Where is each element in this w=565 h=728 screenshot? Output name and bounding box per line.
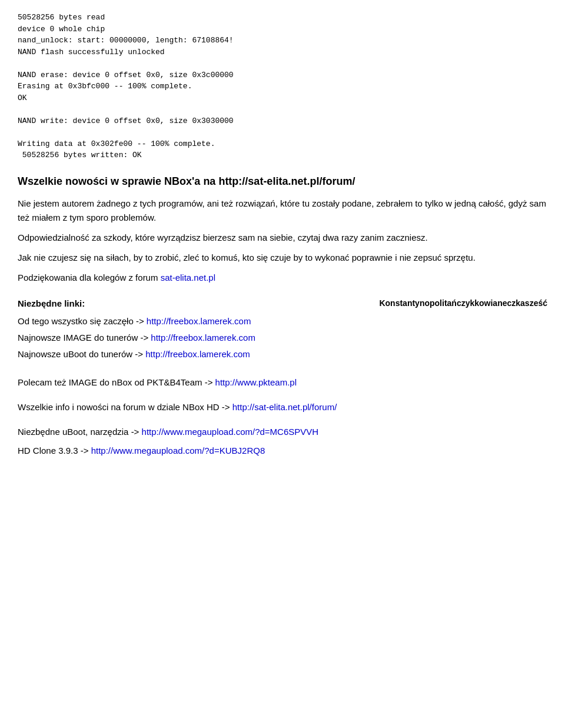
decorative-word: Konstantynopolitańczykkowianeczkasześć bbox=[379, 297, 547, 310]
main-title: Wszelkie nowości w sprawie NBox'a na htt… bbox=[18, 173, 547, 190]
link-line-1: Od tego wszystko się zaczęło -> http://f… bbox=[18, 314, 379, 328]
link-line-2: Najnowsze IMAGE do tunerów -> http://fre… bbox=[18, 331, 379, 345]
paragraph-1: Nie jestem autorem żadnego z tych progra… bbox=[18, 197, 547, 225]
links-header: Niezbędne linki: bbox=[18, 297, 379, 311]
hdclone-link[interactable]: http://www.megaupload.com/?d=KUBJ2RQ8 bbox=[91, 446, 265, 456]
link1[interactable]: http://freebox.lamerek.com bbox=[147, 316, 251, 326]
recommend-link[interactable]: http://www.pkteam.pl bbox=[215, 377, 297, 387]
paragraph-3: Jak nie czujesz się na siłach, by to zro… bbox=[18, 251, 547, 265]
link-line-3: Najnowsze uBoot do tunerów -> http://fre… bbox=[18, 347, 379, 361]
hdclone-line: HD Clone 3.9.3 -> http://www.megaupload.… bbox=[18, 444, 547, 458]
paragraph-2: Odpowiedzialność za szkody, które wyrząd… bbox=[18, 231, 547, 245]
thanks-line: Podziękowania dla kolegów z forum sat-el… bbox=[18, 271, 547, 285]
recommend-line: Polecam też IMAGE do nBox od PKT&B4Team … bbox=[18, 375, 547, 390]
thanks-text: Podziękowania dla kolegów z forum bbox=[18, 272, 161, 282]
link2[interactable]: http://freebox.lamerek.com bbox=[151, 333, 255, 343]
thanks-link[interactable]: sat-elita.net.pl bbox=[161, 272, 215, 282]
link3[interactable]: http://freebox.lamerek.com bbox=[145, 349, 250, 359]
uboot-line: Niezbędne uBoot, narzędzia -> http://www… bbox=[18, 425, 547, 439]
uboot-link[interactable]: http://www.megaupload.com/?d=MC6SPVVH bbox=[142, 427, 319, 437]
terminal-output: 50528256 bytes read device 0 whole chip … bbox=[18, 12, 547, 161]
info-link[interactable]: http://sat-elita.net.pl/forum/ bbox=[232, 402, 337, 412]
info-line: Wszelkie info i nowości na forum w dzial… bbox=[18, 400, 547, 414]
